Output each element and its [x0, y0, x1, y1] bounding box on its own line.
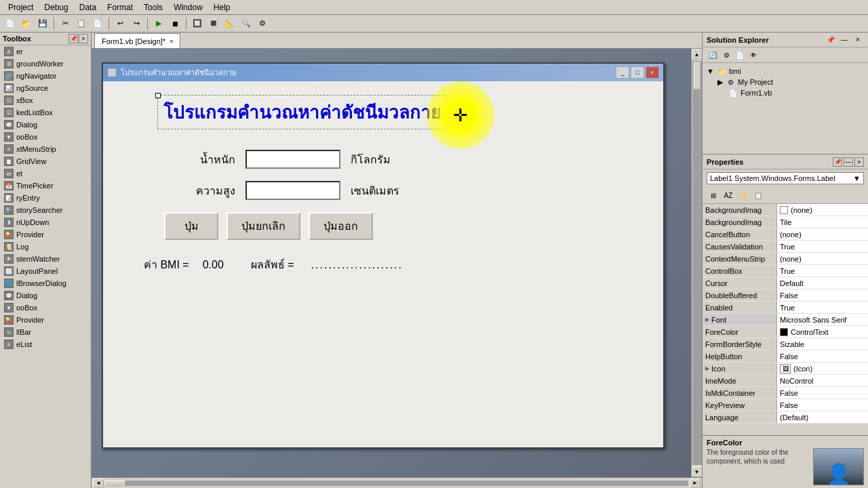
prop-pages-btn[interactable]: 📋	[751, 188, 765, 202]
tab-close-btn[interactable]: ×	[170, 38, 173, 45]
menu-project[interactable]: Project	[3, 1, 39, 14]
prop-row-backgroundimage[interactable]: BackgroundImag (none)	[703, 204, 868, 216]
prop-row-keypreview[interactable]: KeyPreview False	[703, 399, 868, 411]
prop-row-enabled[interactable]: Enabled True	[703, 302, 868, 314]
toolbox-item[interactable]: 🌐lBrowserDialog	[0, 277, 91, 289]
prop-row-cursor[interactable]: Cursor Default	[703, 277, 868, 289]
prop-name-font[interactable]: Font	[703, 314, 777, 325]
toolbar-redo[interactable]: ↪	[129, 16, 144, 31]
toolbox-item[interactable]: ⬆nUpDown	[0, 216, 91, 228]
design-area[interactable]: โปรแกรมคำนวณหาค่าดัชนีมวลกาย _ □ ×	[92, 49, 691, 477]
prop-row-icon[interactable]: Icon 🖼 (Icon)	[703, 363, 868, 375]
menu-tools[interactable]: Tools	[138, 1, 168, 14]
scroll-right-btn[interactable]: ►	[690, 479, 701, 488]
toolbar-open[interactable]: 📂	[19, 16, 34, 31]
scroll-down-btn[interactable]: ▼	[692, 466, 703, 477]
prop-events-btn[interactable]: ⚡	[736, 188, 750, 202]
prop-row-imemode[interactable]: ImeMode NoControl	[703, 375, 868, 387]
prop-row-language[interactable]: Language (Default)	[703, 411, 868, 424]
toolbar-find[interactable]: 🔍	[239, 16, 254, 31]
prop-row-controlbox[interactable]: ControlBox True	[703, 265, 868, 277]
toolbar-stop[interactable]: ⏹	[167, 16, 182, 31]
toolbox-item[interactable]: ☑xBox	[0, 94, 91, 106]
toolbox-item[interactable]: 💬Dialog	[0, 119, 91, 131]
toolbox-item[interactable]: 📅TimePicker	[0, 180, 91, 192]
se-properties-btn[interactable]: ⚙	[720, 49, 732, 61]
prop-row-causesvalidation[interactable]: CausesValidation True	[703, 241, 868, 253]
toolbox-item[interactable]: 👁stemWatcher	[0, 253, 91, 265]
properties-pin[interactable]: 📌	[833, 157, 842, 167]
toolbar-align[interactable]: 📐	[222, 16, 237, 31]
se-node-bmi[interactable]: ▼ 📁 bmi	[707, 66, 864, 77]
se-refresh-btn[interactable]: 🔄	[707, 49, 719, 61]
toolbox-item[interactable]: 📋GridView	[0, 155, 91, 167]
prop-row-font[interactable]: Font Microsoft Sans Serif	[703, 314, 868, 326]
toolbox-item[interactable]: 💊Provider	[0, 314, 91, 326]
toolbox-item[interactable]: ≡xtMenuStrip	[0, 143, 91, 155]
hscroll-thumb[interactable]	[105, 481, 125, 486]
toolbox-item[interactable]: 📝ryEntry	[0, 192, 91, 204]
toolbox-item[interactable]: 📊ngSource	[0, 82, 91, 94]
prop-row-ismdicontainer[interactable]: IsMdiContainer False	[703, 387, 868, 399]
toolbox-item[interactable]: ☑kedListBox	[0, 106, 91, 119]
toolbar-cut[interactable]: ✂	[58, 16, 73, 31]
toolbar-save[interactable]: 💾	[35, 16, 50, 31]
menu-data[interactable]: Data	[74, 1, 102, 14]
se-minimize-btn[interactable]: —	[838, 34, 850, 46]
toolbar-new[interactable]: 📄	[3, 16, 18, 31]
property-selector[interactable]: Label1 System.Windows.Forms.Label ▼	[707, 172, 864, 184]
toolbar-paste[interactable]: 📄	[90, 16, 105, 31]
form-window[interactable]: โปรแกรมคำนวณหาค่าดัชนีมวลกาย _ □ ×	[102, 62, 665, 449]
vscroll-thumb[interactable]	[694, 62, 701, 89]
se-node-myproject[interactable]: ▶ ⚙ My Project	[707, 77, 864, 87]
weight-input[interactable]	[245, 150, 340, 169]
se-pin-btn[interactable]: 📌	[825, 34, 837, 46]
prop-name-icon[interactable]: Icon	[703, 363, 777, 374]
form-minimize-btn[interactable]: _	[616, 66, 629, 79]
prop-row-formborderstyle[interactable]: FormBorderStyle Sizable	[703, 338, 868, 350]
exit-button[interactable]: ปุ่มออก	[309, 212, 373, 240]
properties-close[interactable]: ×	[854, 157, 864, 167]
toolbox-pin[interactable]: 📌	[68, 34, 78, 43]
toolbox-item[interactable]: 📜Log	[0, 241, 91, 253]
toolbox-item[interactable]: ⚙groundWorker	[0, 58, 91, 70]
toolbox-item[interactable]: 💊Provider	[0, 228, 91, 241]
toolbar-copy[interactable]: 📋	[74, 16, 89, 31]
height-input[interactable]	[245, 181, 340, 200]
se-close-btn[interactable]: ×	[852, 34, 864, 46]
se-node-form1[interactable]: 📄 Form1.vb	[707, 87, 864, 98]
menu-help[interactable]: Help	[208, 1, 236, 14]
prop-row-contextmenustrip[interactable]: ContextMenuStrip (none)	[703, 253, 868, 265]
menu-window[interactable]: Window	[168, 1, 208, 14]
calculate-button[interactable]: ปุ่ม	[164, 212, 218, 240]
prop-row-backgroundimagelayout[interactable]: BackgroundImag Tile	[703, 216, 868, 228]
toolbox-item[interactable]: ▼ooBox	[0, 302, 91, 314]
toolbox-item[interactable]: 🔗ngNavigator	[0, 70, 91, 82]
prop-row-forecolor[interactable]: ForeColor ControlText	[703, 326, 868, 338]
toolbox-item[interactable]: etet	[0, 167, 91, 180]
menu-debug[interactable]: Debug	[39, 1, 73, 14]
scroll-left-btn[interactable]: ◄	[93, 479, 104, 488]
form-maximize-btn[interactable]: □	[631, 66, 644, 79]
toolbox-item[interactable]: 🔍storySearcher	[0, 204, 91, 216]
toolbox-close[interactable]: ×	[79, 34, 88, 43]
toolbox-item[interactable]: ▼ooBox	[0, 131, 91, 143]
toolbar-breakpoint[interactable]: 🔲	[190, 16, 205, 31]
toolbox-item[interactable]: ═llBar	[0, 326, 91, 338]
toolbox-item[interactable]: ⬜LayoutPanel	[0, 265, 91, 277]
prop-row-helpbutton[interactable]: HelpButton False	[703, 350, 868, 363]
prop-row-cancelbutton[interactable]: CancelButton (none)	[703, 228, 868, 241]
toolbar-run[interactable]: ▶	[151, 16, 166, 31]
prop-categorized-btn[interactable]: ⊞	[707, 188, 720, 202]
cancel-button[interactable]: ปุ่มยกเลิก	[226, 212, 300, 240]
prop-row-doublebuffered[interactable]: DoubleBuffered False	[703, 289, 868, 302]
prop-alphabetical-btn[interactable]: AZ	[722, 188, 735, 202]
form-close-btn[interactable]: ×	[646, 66, 659, 79]
se-show-files-btn[interactable]: 📄	[734, 49, 746, 61]
toolbar-step[interactable]: 🔳	[206, 16, 221, 31]
tab-form1-design[interactable]: Form1.vb [Design]* ×	[94, 33, 180, 48]
scroll-up-btn[interactable]: ▲	[692, 49, 703, 60]
toolbar-properties[interactable]: ⚙	[255, 16, 270, 31]
toolbox-item[interactable]: ≡eList	[0, 338, 91, 350]
properties-minimize[interactable]: —	[844, 157, 853, 167]
